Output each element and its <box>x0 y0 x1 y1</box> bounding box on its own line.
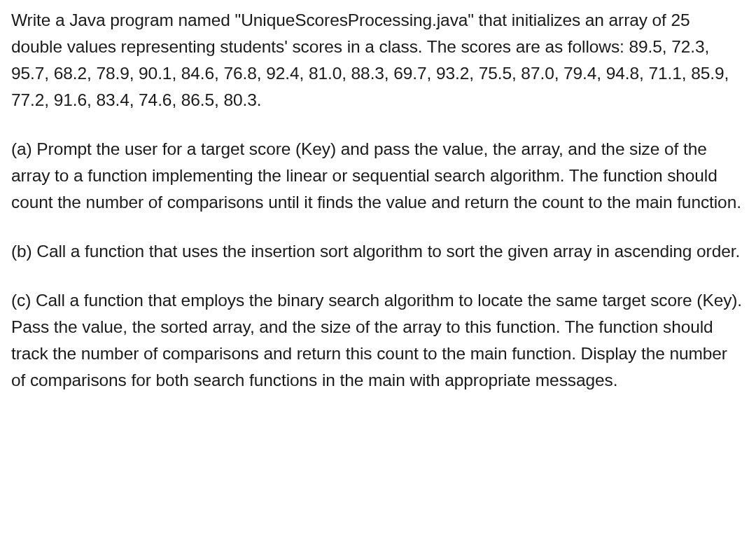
part-c-paragraph: (c) Call a function that employs the bin… <box>11 287 745 394</box>
part-a-paragraph: (a) Prompt the user for a target score (… <box>11 136 745 216</box>
part-b-paragraph: (b) Call a function that uses the insert… <box>11 238 745 265</box>
intro-paragraph: Write a Java program named "UniqueScores… <box>11 7 745 113</box>
